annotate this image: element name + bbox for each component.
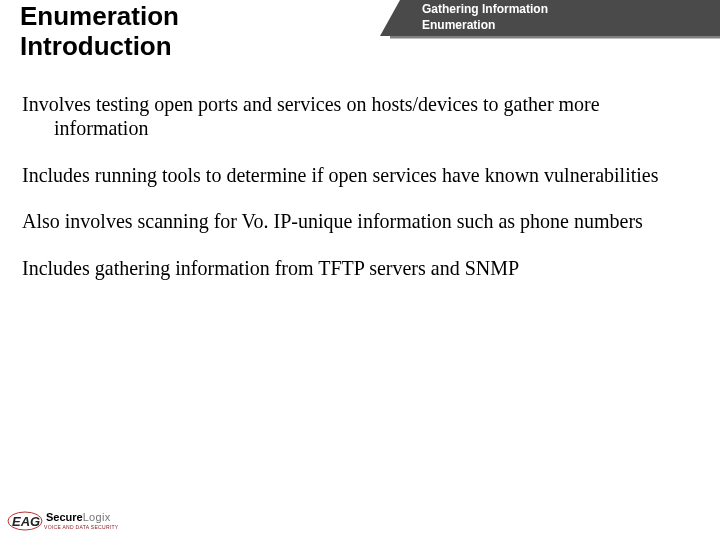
svg-text:EAG: EAG — [12, 514, 40, 529]
logo-text-block: SecureLogix VOICE AND DATA SECURITY — [44, 512, 119, 530]
bullet-item: Includes gathering information from TFTP… — [22, 256, 698, 280]
bullet-item: Also involves scanning for Vo. IP-unique… — [22, 209, 698, 233]
header-tab: Gathering Information Enumeration — [400, 0, 720, 36]
slide-content: Involves testing open ports and services… — [0, 70, 720, 280]
title-line1: Enumeration — [20, 1, 179, 31]
footer-logo: EAG SecureLogix VOICE AND DATA SECURITY — [6, 508, 119, 534]
logo-brand-bold: Secure — [46, 511, 83, 523]
tab-text: Gathering Information Enumeration — [400, 0, 720, 33]
slide-header: Gathering Information Enumeration Enumer… — [0, 0, 720, 70]
bullet-item: Includes running tools to determine if o… — [22, 163, 698, 187]
logo-brand-light: Logix — [83, 511, 111, 523]
logo-brand: SecureLogix — [46, 512, 119, 523]
slide-title: Enumeration Introduction — [20, 2, 179, 62]
title-line2: Introduction — [20, 31, 172, 61]
logo-mark-icon: EAG — [6, 508, 44, 534]
bullet-item: Involves testing open ports and services… — [22, 92, 698, 141]
logo-tagline: VOICE AND DATA SECURITY — [44, 524, 119, 530]
tab-line1: Gathering Information — [422, 2, 548, 16]
tab-underline-light — [390, 38, 720, 39]
tab-line2: Enumeration — [422, 18, 495, 32]
